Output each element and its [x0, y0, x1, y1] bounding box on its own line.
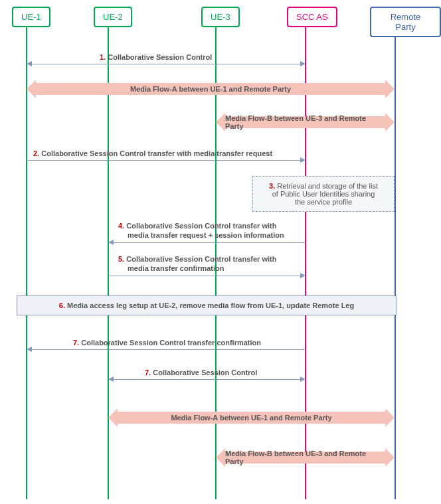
msg-5-label: 5. Collaborative Session Control transfe… [118, 254, 276, 273]
participant-scc: SCC AS [287, 7, 337, 27]
media-flow-a-2: Media Flow-A between UE-1 and Remote Par… [118, 412, 385, 424]
note-3: 3. Retrieval and storage of the list of … [252, 176, 395, 212]
msg-4-head-l [108, 240, 114, 245]
msg-7a-label: 7. Collaborative Session Control transfe… [73, 339, 261, 347]
msg-4-arrow [114, 242, 306, 243]
msg-7a-head-l [27, 347, 32, 352]
media-flow-b-2: Media Flow-B between UE-3 and Remote Par… [225, 452, 385, 463]
msg-1-arrow [32, 64, 300, 64]
msg-7b-arrow [114, 379, 300, 380]
participant-ue3: UE-3 [201, 7, 240, 27]
msg-7a-arrow [32, 349, 306, 350]
msg-7b-head-l [108, 377, 114, 382]
participant-remote: Remote Party [370, 7, 441, 37]
msg-2-head-r [300, 157, 306, 163]
note-6: 6. Media access leg setup at UE-2, remov… [17, 295, 397, 315]
msg-1-head-l [27, 61, 32, 66]
msg-2-label: 2. Collaborative Session Control transfe… [33, 149, 272, 157]
participant-ue2: UE-2 [94, 7, 132, 27]
msg-1-head-r [300, 61, 306, 66]
sequence-diagram: UE-1 UE-2 UE-3 SCC AS Remote Party 1. Co… [0, 0, 441, 504]
msg-1-label: 1. Collaborative Session Control [100, 53, 212, 61]
msg-2-arrow [27, 160, 300, 161]
msg-7b-label: 7. Collaborative Session Control [145, 369, 257, 377]
lifeline-remote [395, 27, 396, 499]
msg-5-head-r [300, 273, 306, 278]
msg-4-label: 4. Collaborative Session Control transfe… [118, 221, 284, 240]
msg-5-arrow [108, 276, 300, 276]
media-flow-b-1: Media Flow-B between UE-3 and Remote Par… [225, 116, 385, 128]
participant-ue1: UE-1 [12, 7, 50, 27]
lifeline-scc [305, 27, 306, 499]
media-flow-a-1: Media Flow-A between UE-1 and Remote Par… [36, 83, 385, 95]
lifeline-ue2 [108, 27, 109, 499]
msg-7b-head-r [300, 377, 306, 382]
